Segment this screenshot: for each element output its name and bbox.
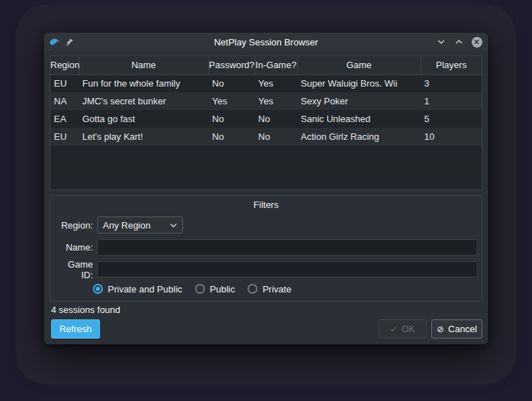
session-cell: No — [209, 75, 255, 92]
radio-option-label: Private and Public — [108, 284, 182, 295]
session-row[interactable]: EAGotta go fastNoNoSanic Unleashed5 — [50, 110, 482, 128]
session-cell: 3 — [421, 75, 482, 92]
ok-button[interactable]: ✓ OK — [378, 319, 427, 339]
visibility-radio-option[interactable]: Public — [195, 284, 235, 295]
cancel-button-label: Cancel — [448, 324, 477, 334]
session-cell: Gotta go fast — [79, 110, 209, 128]
session-row[interactable]: EUFun for the whole familyNoYesSuper Wal… — [50, 75, 482, 92]
session-cell: Let's play Kart! — [79, 128, 209, 145]
refresh-button-label: Refresh — [60, 324, 92, 334]
session-cell: Action Girlz Racing — [297, 128, 421, 145]
session-cell: 5 — [421, 110, 482, 128]
session-cell: Yes — [209, 92, 255, 110]
refresh-button[interactable]: Refresh — [51, 319, 100, 339]
region-dropdown-value: Any Region — [103, 220, 170, 231]
column-header[interactable]: Players — [421, 56, 482, 75]
cancel-slash-icon: ⊘ — [437, 325, 444, 334]
netplay-session-browser-window: NetPlay Session Browser — [44, 33, 488, 344]
name-label: Name: — [56, 242, 93, 253]
radio-option-label: Private — [262, 284, 291, 295]
column-header[interactable]: Region — [50, 56, 79, 75]
session-table: RegionNamePassword?In-Game?GamePlayers E… — [50, 55, 482, 190]
session-cell: 10 — [421, 128, 482, 145]
filters-title: Filters — [50, 199, 482, 210]
window-title: NetPlay Session Browser — [44, 37, 488, 48]
column-header[interactable]: Name — [79, 56, 209, 75]
session-cell: NA — [50, 92, 79, 110]
status-text: 4 sessions found — [51, 304, 121, 315]
session-cell: Fun for the whole family — [79, 75, 209, 92]
game-id-label: Game ID: — [56, 259, 93, 280]
session-cell: No — [255, 110, 297, 128]
region-label: Region: — [56, 220, 93, 231]
cancel-button[interactable]: ⊘ Cancel — [431, 319, 482, 339]
session-cell: EU — [50, 128, 79, 145]
pin-keep-above-icon[interactable] — [66, 38, 74, 46]
radio-option-label: Public — [210, 284, 235, 295]
radio-unselected-icon[interactable] — [248, 284, 257, 294]
column-header[interactable]: Game — [297, 56, 421, 75]
session-cell: Super Waluigi Bros. Wii — [297, 75, 421, 92]
table-header-row: RegionNamePassword?In-Game?GamePlayers — [50, 56, 482, 75]
session-table-body: EUFun for the whole familyNoYesSuper Wal… — [50, 75, 482, 145]
visibility-radio-option[interactable]: Private and Public — [93, 284, 182, 295]
session-cell: Sanic Unleashed — [297, 110, 421, 128]
radio-unselected-icon[interactable] — [195, 284, 205, 294]
visibility-radio-option[interactable]: Private — [248, 284, 291, 295]
region-dropdown[interactable]: Any Region — [97, 216, 183, 234]
name-input[interactable] — [97, 239, 477, 256]
session-cell: No — [209, 110, 255, 128]
session-row[interactable]: NAJMC's secret bunkerYesYesSexy Poker1 — [50, 92, 482, 110]
session-cell: No — [255, 128, 297, 145]
session-cell: No — [209, 128, 255, 145]
minimize-icon[interactable] — [436, 36, 447, 48]
visibility-radio-group: Private and PublicPublicPrivate — [56, 282, 477, 295]
close-icon[interactable] — [471, 36, 482, 48]
session-cell: EU — [50, 75, 79, 92]
session-cell: 1 — [421, 92, 482, 110]
game-id-input[interactable] — [97, 261, 477, 278]
titlebar[interactable]: NetPlay Session Browser — [44, 33, 488, 51]
session-cell: EA — [50, 110, 79, 128]
chevron-down-icon — [170, 223, 177, 228]
column-header[interactable]: Password? — [209, 56, 255, 75]
session-cell: Yes — [255, 92, 297, 110]
checkmark-icon: ✓ — [390, 325, 397, 334]
session-cell: Sexy Poker — [297, 92, 421, 110]
ok-button-label: OK — [401, 324, 415, 334]
session-cell: JMC's secret bunker — [79, 92, 209, 110]
radio-selected-icon[interactable] — [93, 284, 103, 294]
maximize-icon[interactable] — [453, 36, 465, 48]
dolphin-app-icon — [49, 38, 60, 46]
column-header[interactable]: In-Game? — [255, 56, 297, 75]
session-row[interactable]: EULet's play Kart!NoNoAction Girlz Racin… — [50, 128, 482, 145]
filters-groupbox: Filters Region: Any Region Name: Game ID… — [50, 195, 482, 302]
session-cell: Yes — [255, 75, 297, 92]
